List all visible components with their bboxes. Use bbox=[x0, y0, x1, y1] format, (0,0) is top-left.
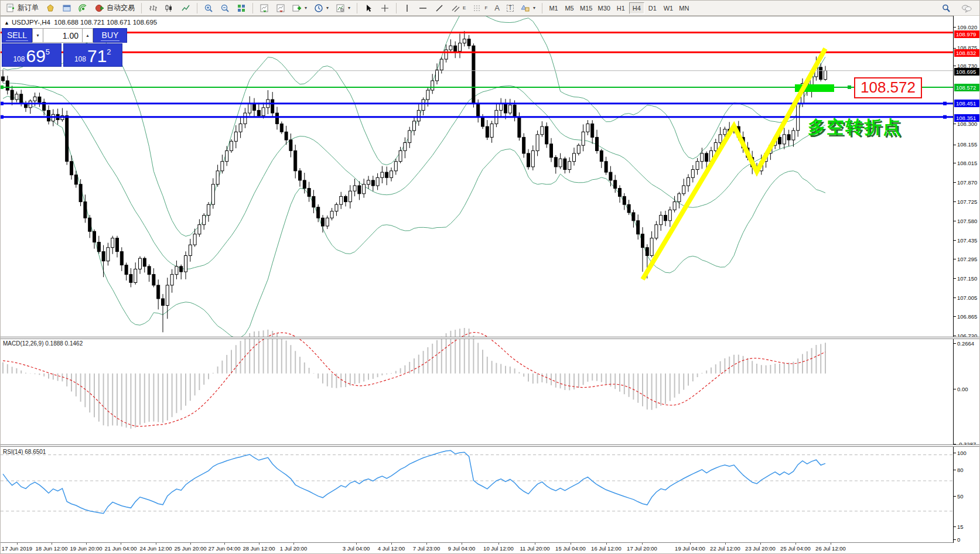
terminal-window-button[interactable] bbox=[59, 2, 74, 15]
chat-button[interactable] bbox=[958, 2, 975, 15]
candle-body bbox=[723, 129, 726, 135]
search-button[interactable] bbox=[938, 2, 954, 15]
label-tool[interactable]: T bbox=[504, 2, 517, 15]
rsi-panel-divider[interactable] bbox=[1, 444, 980, 447]
zoom-in-button[interactable] bbox=[201, 2, 216, 15]
axis-tick-label: 108.015 bbox=[957, 160, 977, 166]
new-order-button[interactable]: 新订单 bbox=[3, 2, 42, 15]
candle-body bbox=[349, 191, 351, 201]
candle-body bbox=[518, 117, 521, 138]
trendline-icon bbox=[435, 4, 444, 13]
candle-body bbox=[586, 124, 589, 132]
timeframe-H1[interactable]: H1 bbox=[613, 2, 629, 14]
tile-windows-button[interactable] bbox=[234, 2, 249, 15]
time-label: 7 Jul 23:00 bbox=[413, 545, 440, 552]
line-handle[interactable] bbox=[1, 102, 4, 105]
trendline-tool[interactable] bbox=[432, 2, 447, 15]
price-badge-108.451: 108.451 bbox=[954, 100, 980, 107]
candle-body bbox=[6, 81, 9, 90]
volume-input[interactable] bbox=[43, 28, 82, 43]
time-tick bbox=[426, 543, 427, 545]
candle-body bbox=[787, 135, 790, 140]
sell-price[interactable]: 108695 bbox=[2, 43, 62, 67]
shapes-tool[interactable]: ▾ bbox=[518, 2, 538, 15]
candle-body bbox=[363, 184, 366, 194]
sell-button[interactable]: SELL bbox=[2, 28, 32, 43]
volume-decrease-button[interactable]: ▾ bbox=[32, 28, 43, 43]
periods-button[interactable]: ▾ bbox=[311, 2, 332, 15]
axis-tick-label: 107.005 bbox=[957, 295, 977, 301]
add-indicator-button[interactable]: ▾ bbox=[289, 2, 310, 15]
data-window-button[interactable] bbox=[273, 2, 288, 15]
price-chart-canvas[interactable] bbox=[1, 16, 953, 543]
yellow-trend-zigzag[interactable] bbox=[643, 49, 825, 279]
templates-button[interactable]: ▾ bbox=[333, 2, 353, 15]
add-indicator-icon bbox=[292, 4, 302, 13]
line-handle[interactable] bbox=[1, 115, 4, 119]
candle-body bbox=[276, 113, 279, 124]
candle-body bbox=[705, 153, 708, 162]
time-tick bbox=[535, 543, 535, 545]
candle-body bbox=[79, 184, 82, 202]
candle-body bbox=[385, 172, 388, 177]
zoom-out-button[interactable] bbox=[217, 2, 233, 15]
fibonacci-tool[interactable]: F bbox=[470, 2, 490, 15]
candle-body bbox=[650, 238, 653, 256]
channel-tool[interactable]: E bbox=[448, 2, 469, 15]
tile-windows-icon bbox=[237, 4, 246, 13]
candle-body bbox=[660, 216, 663, 225]
line-handle[interactable] bbox=[943, 115, 947, 119]
collapse-triangle-icon[interactable]: ▲ bbox=[4, 20, 9, 26]
terminal-icon bbox=[62, 4, 71, 13]
price-level-flag[interactable]: 108.572 bbox=[854, 77, 922, 98]
vertical-line-tool[interactable] bbox=[400, 2, 414, 15]
axis-tick-label: 107.870 bbox=[957, 179, 977, 186]
candle-body bbox=[262, 108, 265, 116]
timeframe-W1[interactable]: W1 bbox=[661, 2, 676, 14]
time-axis[interactable]: 17 Jun 201918 Jun 12:0019 Jun 20:0021 Ju… bbox=[1, 543, 953, 554]
buy-button[interactable]: BUY bbox=[93, 28, 127, 43]
buy-price[interactable]: 108712 bbox=[63, 43, 123, 67]
time-label: 22 Jul 12:00 bbox=[710, 545, 740, 552]
timeframe-M15[interactable]: M15 bbox=[578, 2, 595, 14]
cursor-tool-button[interactable] bbox=[361, 2, 376, 15]
time-tick bbox=[606, 543, 607, 545]
bar-chart-button[interactable] bbox=[145, 2, 161, 15]
text-tool[interactable]: A bbox=[491, 2, 503, 15]
line-handle[interactable] bbox=[943, 102, 947, 105]
toolbar: 新订单 自动交易 ▾ ▾ bbox=[1, 1, 980, 16]
candle-body bbox=[463, 39, 466, 43]
horizontal-line-icon bbox=[418, 4, 428, 13]
chevron-down-icon: ▾ bbox=[326, 5, 329, 11]
timeframe-MN[interactable]: MN bbox=[677, 2, 692, 14]
macd-panel-divider[interactable] bbox=[1, 337, 980, 339]
timeframe-H4[interactable]: H4 bbox=[629, 2, 644, 14]
timeframe-M5[interactable]: M5 bbox=[562, 2, 577, 14]
timeframe-M30[interactable]: M30 bbox=[595, 2, 612, 14]
candle-body bbox=[673, 202, 676, 210]
volume-increase-button[interactable]: ▴ bbox=[82, 28, 93, 43]
candle-body bbox=[545, 126, 548, 144]
line-handle[interactable] bbox=[1, 86, 4, 89]
timeframe-D1[interactable]: D1 bbox=[645, 2, 660, 14]
candle-body bbox=[312, 196, 315, 207]
time-tick bbox=[86, 543, 87, 545]
candle-body bbox=[500, 104, 503, 111]
price-axis[interactable]: 109.020108.875108.730108.300108.155108.0… bbox=[953, 16, 980, 543]
timeframe-M1[interactable]: M1 bbox=[546, 2, 561, 14]
indicator-window-button[interactable] bbox=[257, 2, 272, 15]
strategy-tester-button[interactable] bbox=[76, 2, 91, 15]
candlestick-chart-button[interactable] bbox=[162, 2, 177, 15]
time-tick bbox=[121, 543, 121, 545]
template-icon bbox=[336, 4, 345, 13]
line-handle[interactable] bbox=[848, 86, 851, 89]
candle-body bbox=[239, 124, 242, 132]
time-tick bbox=[690, 543, 691, 545]
price-alert-button[interactable] bbox=[43, 2, 58, 15]
crosshair-tool-button[interactable] bbox=[377, 2, 392, 15]
auto-trading-button[interactable]: 自动交易 bbox=[92, 2, 138, 15]
auto-trading-label: 自动交易 bbox=[107, 3, 135, 13]
turning-point-annotation[interactable]: 多空转折点 bbox=[808, 115, 902, 139]
line-chart-button[interactable] bbox=[178, 2, 193, 15]
horizontal-line-tool[interactable] bbox=[415, 2, 431, 15]
